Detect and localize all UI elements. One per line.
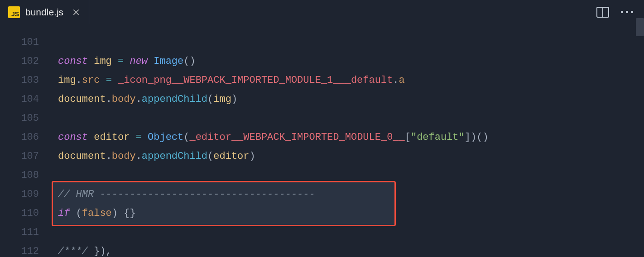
line-number: 107: [0, 147, 49, 166]
tab-filename-label: bundle.js: [25, 7, 63, 18]
code-line[interactable]: document.body.appendChild(editor): [49, 147, 644, 166]
line-number: 112: [0, 242, 49, 257]
code-content[interactable]: const img = new Image()img.src = _icon_p…: [49, 24, 644, 257]
code-line[interactable]: /***/ }),: [49, 242, 644, 257]
line-number: 109: [0, 185, 49, 204]
close-icon[interactable]: [72, 8, 81, 17]
line-number: 103: [0, 71, 49, 90]
js-file-icon: JS: [8, 6, 20, 18]
code-line[interactable]: [49, 109, 644, 128]
line-number: 102: [0, 52, 49, 71]
code-line[interactable]: document.body.appendChild(img): [49, 90, 644, 109]
code-line[interactable]: const img = new Image(): [49, 52, 644, 71]
scrollbar-thumb[interactable]: [636, 18, 644, 36]
line-number: 104: [0, 90, 49, 109]
line-number: 108: [0, 166, 49, 185]
line-number: 106: [0, 128, 49, 147]
line-number: 101: [0, 33, 49, 52]
more-actions-icon[interactable]: [621, 11, 633, 13]
tab-bundle-js[interactable]: JS bundle.js: [0, 0, 89, 24]
title-bar: JS bundle.js: [0, 0, 644, 24]
code-line[interactable]: const editor = Object(_editor__WEBPACK_I…: [49, 128, 644, 147]
line-number: 111: [0, 223, 49, 242]
split-editor-icon[interactable]: [596, 7, 609, 18]
line-number: 110: [0, 204, 49, 223]
tab-strip: JS bundle.js: [0, 0, 89, 24]
code-line[interactable]: img.src = _icon_png__WEBPACK_IMPORTED_MO…: [49, 71, 644, 90]
line-number: 105: [0, 109, 49, 128]
editor-area[interactable]: 101102103104105106107108109110111112 con…: [0, 24, 644, 257]
line-number-gutter: 101102103104105106107108109110111112: [0, 24, 49, 257]
code-line[interactable]: [49, 33, 644, 52]
highlight-annotation: [52, 181, 396, 226]
